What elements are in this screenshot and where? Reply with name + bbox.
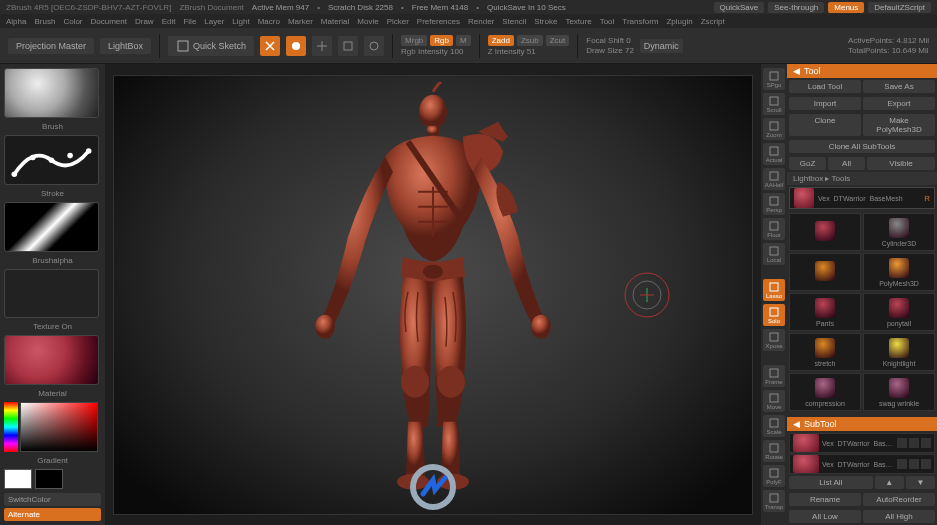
persp-button[interactable]: Persp (763, 193, 785, 215)
material-thumbnail[interactable] (4, 335, 99, 385)
draw-mode-icon[interactable] (286, 36, 306, 56)
quicksketch-button[interactable]: Quick Sketch (168, 36, 254, 56)
tool-item[interactable]: stretch (789, 333, 861, 371)
tool-item[interactable]: Knightlight (863, 333, 935, 371)
tool-item[interactable]: ponytail (863, 293, 935, 331)
list-all-button[interactable]: List All (789, 476, 873, 489)
z-intensity-slider[interactable]: Z Intensity 51 (488, 47, 536, 56)
main-color-swatch[interactable] (4, 469, 32, 489)
subtool-down-button[interactable]: ▼ (906, 476, 935, 489)
rename-button[interactable]: Rename (789, 493, 861, 506)
alpha-thumbnail[interactable] (4, 202, 99, 252)
autoreorder-button[interactable]: AutoReorder (863, 493, 935, 506)
menu-movie[interactable]: Movie (357, 17, 378, 26)
load-tool-button[interactable]: Load Tool (789, 80, 861, 93)
menu-stroke[interactable]: Stroke (534, 17, 557, 26)
mrgb-button[interactable]: Mrgb (401, 35, 427, 46)
menu-zscript[interactable]: Zscript (701, 17, 725, 26)
xpose-button[interactable]: Xpose (763, 329, 785, 351)
rgb-button[interactable]: Rgb (430, 35, 453, 46)
dynamic-button[interactable]: Dynamic (640, 39, 683, 53)
import-button[interactable]: Import (789, 97, 861, 110)
menu-file[interactable]: File (183, 17, 196, 26)
stroke-thumbnail[interactable] (4, 135, 99, 186)
goz-all-button[interactable]: All (828, 157, 865, 170)
menu-brush[interactable]: Brush (34, 17, 55, 26)
brush-thumbnail[interactable] (4, 68, 99, 118)
zcut-button[interactable]: Zcut (546, 35, 570, 46)
menu-light[interactable]: Light (232, 17, 249, 26)
menu-draw[interactable]: Draw (135, 17, 154, 26)
menu-color[interactable]: Color (63, 17, 82, 26)
tool-item[interactable] (789, 213, 861, 251)
current-tool-preview[interactable]: Vex_DTWarrior_BaseMesh R (789, 187, 935, 209)
tool-item[interactable]: compression (789, 373, 861, 411)
lightbox-button[interactable]: LightBox (100, 38, 151, 54)
switchcolor-button[interactable]: SwitchColor (4, 493, 101, 506)
draw-size-slider[interactable]: Draw Size 72 (586, 46, 634, 55)
secondary-color-swatch[interactable] (35, 469, 63, 489)
tool-item[interactable]: swag wrinkle (863, 373, 935, 411)
local-button[interactable]: Local (763, 243, 785, 265)
scroll-button[interactable]: Scroll (763, 93, 785, 115)
m-button[interactable]: M (456, 35, 471, 46)
floor-button[interactable]: Floor (763, 218, 785, 240)
export-button[interactable]: Export (863, 97, 935, 110)
move-button[interactable]: Move (763, 390, 785, 412)
goz-button[interactable]: GoZ (789, 157, 826, 170)
clone-all-subtools-button[interactable]: Clone All SubTools (789, 140, 935, 153)
transform-gizmo[interactable] (622, 270, 672, 320)
tool-item[interactable]: Pants (789, 293, 861, 331)
lasso-button[interactable]: Lasso (763, 279, 785, 301)
subtool-item[interactable]: Vex_DTWarrior_BaseMesh (789, 433, 935, 453)
tool-item[interactable]: Cylinder3D (863, 213, 935, 251)
edit-mode-icon[interactable] (260, 36, 280, 56)
menu-layer[interactable]: Layer (204, 17, 224, 26)
menu-tool[interactable]: Tool (600, 17, 615, 26)
all-low-button[interactable]: All Low (789, 510, 861, 523)
menu-zplugin[interactable]: Zplugin (666, 17, 692, 26)
alternate-button[interactable]: Alternate (4, 508, 101, 521)
menu-texture[interactable]: Texture (565, 17, 591, 26)
make-polymesh-button[interactable]: Make PolyMesh3D (863, 114, 935, 136)
quicksave-button[interactable]: QuickSave (714, 2, 765, 13)
subtool-up-button[interactable]: ▲ (875, 476, 904, 489)
frame-button[interactable]: Frame (763, 365, 785, 387)
menu-material[interactable]: Material (321, 17, 349, 26)
all-high-button[interactable]: All High (863, 510, 935, 523)
zoom-button[interactable]: Zoom (763, 118, 785, 140)
menu-render[interactable]: Render (468, 17, 494, 26)
zadd-button[interactable]: Zadd (488, 35, 514, 46)
actual-button[interactable]: Actual (763, 143, 785, 165)
polyf-button[interactable]: PolyF (763, 465, 785, 487)
seethrough-slider[interactable]: See-through (768, 2, 824, 13)
hue-slider[interactable] (4, 402, 18, 452)
subtool-item[interactable]: Vex_DTWarrior_BaseMesh (789, 454, 935, 474)
tool-panel-header[interactable]: ◀Tool (787, 64, 937, 78)
move-mode-icon[interactable] (312, 36, 332, 56)
transp-button[interactable]: Transp (763, 490, 785, 512)
spgo-button[interactable]: SPgo (763, 68, 785, 90)
save-as-button[interactable]: Save As (863, 80, 935, 93)
menu-edit[interactable]: Edit (162, 17, 176, 26)
rotate-button[interactable]: Rotate (763, 440, 785, 462)
menus-button[interactable]: Menus (828, 2, 864, 13)
menu-macro[interactable]: Macro (258, 17, 280, 26)
default-zscript-button[interactable]: DefaultZScript (868, 2, 931, 13)
menu-stencil[interactable]: Stencil (502, 17, 526, 26)
scale-mode-icon[interactable] (338, 36, 358, 56)
subtool-header[interactable]: ◀SubTool (787, 417, 937, 431)
rgb-intensity-slider[interactable]: Rgb Intensity 100 (401, 47, 463, 56)
clone-button[interactable]: Clone (789, 114, 861, 136)
viewport[interactable] (113, 75, 753, 515)
projection-master-button[interactable]: Projection Master (8, 38, 94, 54)
color-picker[interactable] (20, 402, 98, 452)
aahalf-button[interactable]: AAHalf (763, 168, 785, 190)
zsub-button[interactable]: Zsub (517, 35, 543, 46)
solo-button[interactable]: Solo (763, 304, 785, 326)
rotate-mode-icon[interactable] (364, 36, 384, 56)
menu-alpha[interactable]: Alpha (6, 17, 26, 26)
scale-button[interactable]: Scale (763, 415, 785, 437)
menu-marker[interactable]: Marker (288, 17, 313, 26)
menu-transform[interactable]: Transform (622, 17, 658, 26)
